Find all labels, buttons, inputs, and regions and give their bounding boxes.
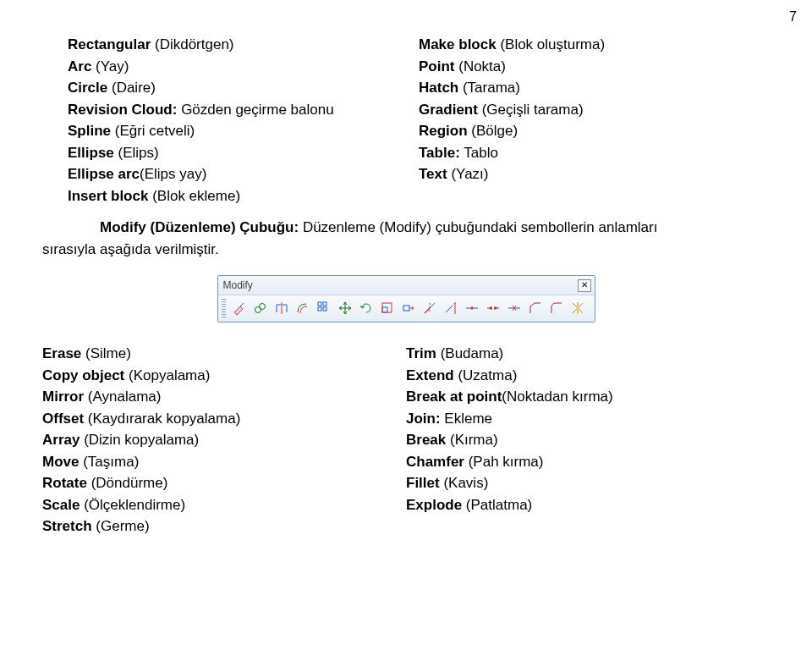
desc: (Aynalama) bbox=[84, 389, 161, 405]
desc: (Yazı) bbox=[447, 166, 489, 182]
scale-icon[interactable] bbox=[378, 299, 397, 317]
svg-rect-9 bbox=[382, 307, 387, 312]
desc: (Dikdörtgen) bbox=[151, 36, 233, 52]
desc: (Daire) bbox=[107, 80, 156, 96]
stretch-icon[interactable] bbox=[399, 299, 418, 317]
svg-rect-24 bbox=[494, 307, 497, 310]
list-item: Explode (Patlatma) bbox=[406, 494, 770, 516]
list-item: Gradient (Geçişli tarama) bbox=[419, 99, 770, 121]
list-item: Copy object (Kopyalama) bbox=[42, 365, 406, 387]
term: Join: bbox=[406, 411, 441, 427]
desc: (Elips) bbox=[114, 145, 159, 161]
svg-rect-4 bbox=[323, 302, 326, 306]
chamfer-icon[interactable] bbox=[526, 299, 545, 317]
term: Fillet bbox=[406, 475, 440, 491]
term: Move bbox=[42, 454, 79, 470]
list-item: Break (Kırma) bbox=[406, 429, 770, 451]
bottom-left-col: Erase (Silme) Copy object (Kopyalama) Mi… bbox=[42, 343, 406, 537]
desc: (Silme) bbox=[81, 345, 131, 361]
svg-rect-23 bbox=[490, 307, 492, 310]
list-item: Extend (Uzatma) bbox=[406, 365, 770, 387]
term: Erase bbox=[42, 345, 81, 361]
term: Ellipse bbox=[68, 145, 114, 161]
desc: (Döndürme) bbox=[87, 475, 167, 491]
svg-rect-5 bbox=[318, 307, 321, 311]
term: Spline bbox=[68, 123, 111, 139]
offset-icon[interactable] bbox=[294, 299, 312, 317]
term: Ellipse arc bbox=[68, 166, 140, 182]
svg-line-16 bbox=[452, 303, 455, 306]
list-item: Erase (Silme) bbox=[42, 343, 406, 365]
term: Region bbox=[419, 123, 468, 139]
term: Trim bbox=[406, 345, 436, 361]
desc: (Elips yay) bbox=[140, 166, 206, 182]
desc: (Budama) bbox=[436, 345, 503, 361]
term: Revision Cloud: bbox=[68, 102, 177, 118]
array-icon[interactable] bbox=[315, 299, 333, 317]
list-item: Array (Dizin kopyalama) bbox=[42, 429, 406, 451]
list-item: Make block (Blok oluşturma) bbox=[419, 34, 770, 56]
toolbar-titlebar[interactable]: Modify ✕ bbox=[218, 276, 595, 295]
term: Break bbox=[406, 432, 446, 448]
list-item: Break at point(Noktadan kırma) bbox=[406, 386, 770, 408]
trim-icon[interactable] bbox=[420, 299, 439, 317]
desc: (Blok ekleme) bbox=[148, 188, 240, 204]
mirror-icon[interactable] bbox=[272, 299, 291, 317]
term: Point bbox=[419, 58, 455, 74]
list-item: Stretch (Germe) bbox=[42, 515, 406, 537]
bottom-right-col: Trim (Budama) Extend (Uzatma) Break at p… bbox=[406, 343, 770, 537]
term: Break at point bbox=[406, 389, 502, 405]
toolbar-row bbox=[218, 295, 595, 322]
svg-point-26 bbox=[576, 306, 579, 310]
explode-icon[interactable] bbox=[568, 299, 587, 317]
join-icon[interactable] bbox=[505, 299, 524, 317]
list-item: Ellipse arc(Elips yay) bbox=[68, 163, 419, 185]
desc: Gözden geçirme balonu bbox=[177, 102, 333, 118]
term: Insert block bbox=[68, 188, 148, 204]
desc: (Patlatma) bbox=[462, 497, 532, 513]
extend-icon[interactable] bbox=[442, 299, 460, 317]
term: Circle bbox=[68, 80, 107, 96]
term: Offset bbox=[42, 411, 84, 427]
term: Make block bbox=[419, 36, 497, 52]
break-icon[interactable] bbox=[484, 299, 502, 317]
term: Rotate bbox=[42, 475, 87, 491]
desc: (Blok oluşturma) bbox=[497, 36, 605, 52]
svg-rect-20 bbox=[470, 307, 473, 310]
list-item: Arc (Yay) bbox=[68, 56, 419, 78]
copy-icon[interactable] bbox=[251, 299, 270, 317]
list-item: Point (Nokta) bbox=[419, 56, 770, 78]
modify-toolbar-container: Modify ✕ bbox=[42, 275, 770, 322]
desc: (Bölge) bbox=[468, 123, 518, 139]
term: Rectangular bbox=[68, 36, 151, 52]
list-item: Revision Cloud: Gözden geçirme balonu bbox=[68, 99, 419, 121]
list-item: Join: Ekleme bbox=[406, 408, 770, 430]
modify-paragraph: Modify (Düzenleme) Çubuğu: Düzenleme (Mo… bbox=[42, 217, 770, 260]
grip-handle[interactable] bbox=[222, 299, 226, 317]
desc: Tablo bbox=[460, 145, 498, 161]
term: Copy object bbox=[42, 367, 124, 383]
close-icon[interactable]: ✕ bbox=[578, 279, 591, 292]
desc: (Yay) bbox=[91, 58, 129, 74]
term: Array bbox=[42, 432, 80, 448]
term: Gradient bbox=[419, 102, 478, 118]
desc: (Uzatma) bbox=[454, 367, 518, 383]
desc: (Eğri cetveli) bbox=[111, 123, 195, 139]
desc: (Tarama) bbox=[458, 80, 520, 96]
term: Mirror bbox=[42, 389, 84, 405]
svg-rect-6 bbox=[323, 307, 326, 311]
list-item: Rectangular (Dikdörtgen) bbox=[68, 34, 419, 56]
move-icon[interactable] bbox=[336, 299, 354, 317]
bottom-list: Erase (Silme) Copy object (Kopyalama) Mi… bbox=[42, 343, 770, 537]
desc: (Pah kırma) bbox=[464, 454, 544, 470]
svg-point-0 bbox=[255, 307, 261, 313]
rotate-icon[interactable] bbox=[357, 299, 376, 317]
top-right-col: Make block (Blok oluşturma) Point (Nokta… bbox=[419, 34, 770, 207]
erase-icon[interactable] bbox=[230, 299, 249, 317]
para-lead: Modify (Düzenleme) Çubuğu: bbox=[100, 219, 299, 235]
break-at-point-icon[interactable] bbox=[463, 299, 481, 317]
fillet-icon[interactable] bbox=[547, 299, 566, 317]
top-left-col: Rectangular (Dikdörtgen) Arc (Yay) Circl… bbox=[68, 34, 419, 207]
list-item: Text (Yazı) bbox=[419, 163, 770, 185]
toolbar-title: Modify bbox=[223, 278, 253, 293]
